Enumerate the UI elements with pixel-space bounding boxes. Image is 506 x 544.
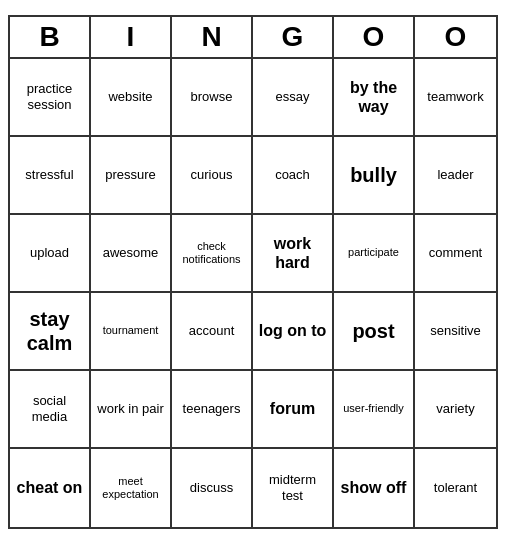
cell-text-4-3: forum bbox=[270, 399, 315, 418]
header-letter: G bbox=[253, 17, 334, 57]
cell-0-0[interactable]: practice session bbox=[10, 59, 91, 137]
cell-3-5[interactable]: sensitive bbox=[415, 293, 496, 371]
cell-5-2[interactable]: discuss bbox=[172, 449, 253, 527]
cell-text-2-2: check notifications bbox=[176, 240, 247, 266]
bingo-header: BINGOO bbox=[10, 17, 496, 59]
cell-1-3[interactable]: coach bbox=[253, 137, 334, 215]
cell-5-0[interactable]: cheat on bbox=[10, 449, 91, 527]
header-letter: O bbox=[415, 17, 496, 57]
cell-1-2[interactable]: curious bbox=[172, 137, 253, 215]
cell-text-3-4: post bbox=[352, 319, 394, 343]
bingo-card: BINGOO practice sessionwebsitebrowseessa… bbox=[8, 15, 498, 529]
cell-text-5-2: discuss bbox=[190, 480, 233, 496]
cell-text-2-5: comment bbox=[429, 245, 482, 261]
cell-2-0[interactable]: upload bbox=[10, 215, 91, 293]
cell-text-2-4: participate bbox=[348, 246, 399, 259]
cell-text-4-1: work in pair bbox=[97, 401, 163, 417]
cell-text-4-0: social media bbox=[14, 393, 85, 424]
cell-text-5-1: meet expectation bbox=[95, 475, 166, 501]
cell-text-0-2: browse bbox=[191, 89, 233, 105]
cell-text-2-0: upload bbox=[30, 245, 69, 261]
cell-5-5[interactable]: tolerant bbox=[415, 449, 496, 527]
cell-0-4[interactable]: by the way bbox=[334, 59, 415, 137]
cell-1-1[interactable]: pressure bbox=[91, 137, 172, 215]
cell-3-1[interactable]: tournament bbox=[91, 293, 172, 371]
cell-text-1-2: curious bbox=[191, 167, 233, 183]
cell-1-5[interactable]: leader bbox=[415, 137, 496, 215]
cell-text-4-4: user-friendly bbox=[343, 402, 404, 415]
cell-4-0[interactable]: social media bbox=[10, 371, 91, 449]
cell-text-1-0: stressful bbox=[25, 167, 73, 183]
cell-2-1[interactable]: awesome bbox=[91, 215, 172, 293]
cell-2-4[interactable]: participate bbox=[334, 215, 415, 293]
cell-text-1-3: coach bbox=[275, 167, 310, 183]
cell-text-0-5: teamwork bbox=[427, 89, 483, 105]
cell-text-0-4: by the way bbox=[338, 78, 409, 116]
cell-text-5-5: tolerant bbox=[434, 480, 477, 496]
cell-text-5-3: midterm test bbox=[257, 472, 328, 503]
cell-2-5[interactable]: comment bbox=[415, 215, 496, 293]
header-letter: O bbox=[334, 17, 415, 57]
bingo-grid: practice sessionwebsitebrowseessayby the… bbox=[10, 59, 496, 527]
cell-3-2[interactable]: account bbox=[172, 293, 253, 371]
cell-1-0[interactable]: stressful bbox=[10, 137, 91, 215]
header-letter: I bbox=[91, 17, 172, 57]
cell-2-3[interactable]: work hard bbox=[253, 215, 334, 293]
cell-0-3[interactable]: essay bbox=[253, 59, 334, 137]
cell-text-4-2: teenagers bbox=[183, 401, 241, 417]
cell-text-0-3: essay bbox=[276, 89, 310, 105]
header-letter: N bbox=[172, 17, 253, 57]
cell-4-2[interactable]: teenagers bbox=[172, 371, 253, 449]
cell-text-2-3: work hard bbox=[257, 234, 328, 272]
cell-text-3-1: tournament bbox=[103, 324, 159, 337]
cell-text-3-5: sensitive bbox=[430, 323, 481, 339]
cell-4-1[interactable]: work in pair bbox=[91, 371, 172, 449]
cell-text-5-4: show off bbox=[341, 478, 407, 497]
cell-4-3[interactable]: forum bbox=[253, 371, 334, 449]
cell-text-0-1: website bbox=[108, 89, 152, 105]
cell-4-5[interactable]: variety bbox=[415, 371, 496, 449]
cell-text-3-3: log on to bbox=[259, 321, 327, 340]
cell-3-0[interactable]: stay calm bbox=[10, 293, 91, 371]
cell-3-4[interactable]: post bbox=[334, 293, 415, 371]
cell-4-4[interactable]: user-friendly bbox=[334, 371, 415, 449]
cell-0-2[interactable]: browse bbox=[172, 59, 253, 137]
cell-text-1-4: bully bbox=[350, 163, 397, 187]
cell-5-3[interactable]: midterm test bbox=[253, 449, 334, 527]
cell-text-0-0: practice session bbox=[14, 81, 85, 112]
header-letter: B bbox=[10, 17, 91, 57]
cell-1-4[interactable]: bully bbox=[334, 137, 415, 215]
cell-text-2-1: awesome bbox=[103, 245, 159, 261]
cell-text-4-5: variety bbox=[436, 401, 474, 417]
cell-text-3-0: stay calm bbox=[14, 307, 85, 355]
cell-0-5[interactable]: teamwork bbox=[415, 59, 496, 137]
cell-text-1-1: pressure bbox=[105, 167, 156, 183]
cell-text-3-2: account bbox=[189, 323, 235, 339]
cell-2-2[interactable]: check notifications bbox=[172, 215, 253, 293]
cell-text-1-5: leader bbox=[437, 167, 473, 183]
cell-5-1[interactable]: meet expectation bbox=[91, 449, 172, 527]
cell-0-1[interactable]: website bbox=[91, 59, 172, 137]
cell-text-5-0: cheat on bbox=[17, 478, 83, 497]
cell-5-4[interactable]: show off bbox=[334, 449, 415, 527]
cell-3-3[interactable]: log on to bbox=[253, 293, 334, 371]
